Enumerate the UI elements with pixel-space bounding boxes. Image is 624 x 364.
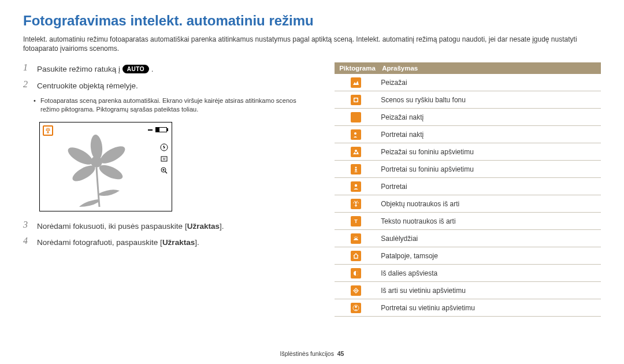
row-label: Objektų nuotraukos iš arti: [377, 200, 601, 208]
svg-point-0: [47, 129, 49, 131]
svg-point-18: [355, 166, 357, 168]
step3-post: ].: [220, 222, 224, 231]
table-row: Portretai: [335, 178, 601, 195]
partial-icon: [351, 268, 361, 278]
footer-section: Išplėstinės funkcijos: [280, 350, 334, 357]
icon-table-body: PeizažaiScenos su ryškiu baltu fonuPeiza…: [335, 74, 601, 317]
step3-pre: Norėdami fokusuoti, iki pusės paspauskit…: [37, 222, 187, 231]
night-land-icon: [351, 112, 361, 122]
svg-rect-15: [355, 98, 358, 101]
step-4: 4 Norėdami fotografuoti, paspauskite [Už…: [23, 236, 311, 248]
table-row: Patalpoje, tamsoje: [335, 247, 601, 265]
battery-icon: [155, 127, 167, 132]
svg-point-19: [355, 169, 357, 171]
macro-scene-icon: [43, 125, 53, 136]
table-row: Portretai su foniniu apšvietimu: [335, 161, 601, 178]
table-row: Iš dalies apšviesta: [335, 265, 601, 282]
text-icon: T: [351, 216, 361, 226]
table-row: TTeksto nuotraukos iš arti: [335, 213, 601, 230]
row-label: Iš arti su vietiniu apšvietimu: [377, 287, 601, 295]
right-column: Piktograma Aprašymas PeizažaiScenos su r…: [335, 62, 601, 317]
step2-text: Centruokite objektą rėmelyje.: [37, 79, 138, 92]
step1-text-pre: Pasukite režimo ratuką į: [37, 65, 122, 73]
left-column: 1 Pasukite režimo ratuką į AUTO . 2 Cent…: [23, 62, 311, 317]
step-2: 2 Centruokite objektą rėmelyje.: [23, 79, 311, 92]
portrait-icon: [351, 181, 361, 192]
step-1: 1 Pasukite režimo ratuką į AUTO .: [23, 62, 311, 75]
svg-text:M: M: [163, 157, 165, 161]
flower-illustration: [56, 133, 143, 208]
step-number-1: 1: [23, 62, 31, 75]
row-label: Portretai naktį: [377, 131, 601, 139]
step-number-2: 2: [23, 79, 31, 92]
step-number-4: 4: [23, 236, 31, 248]
spot-portrait-icon: [351, 303, 361, 313]
row-label: Portretai: [377, 183, 601, 191]
intro-paragraph: Intelekt. automatiniu režimu fotoaparata…: [23, 35, 601, 53]
svg-point-9: [90, 134, 103, 161]
step3-bold: Užraktas: [187, 222, 220, 231]
col-header-icon: Piktograma: [335, 62, 377, 74]
page-title: Fotografavimas intelekt. automatiniu rež…: [23, 13, 601, 29]
svg-point-10: [98, 143, 128, 166]
step2-bullet: Fotoaparatas sceną parenka automatiškai.…: [23, 95, 311, 118]
table-row: Scenos su ryškiu baltu fonu: [335, 91, 601, 109]
zoom-icon: [160, 166, 168, 174]
svg-point-11: [97, 162, 124, 182]
lcd-side-icons: M: [160, 143, 168, 174]
backlight-land-icon: [351, 147, 361, 157]
table-row: Portretai naktį: [335, 126, 601, 143]
table-row: Portretai su vietiniu apšvietimu: [335, 299, 601, 317]
svg-point-26: [355, 306, 357, 308]
row-label: Patalpoje, tamsoje: [377, 252, 601, 260]
footer-page-number: 45: [337, 350, 344, 357]
table-row: Objektų nuotraukos iš arti: [335, 195, 601, 213]
macro-icon: [351, 199, 361, 209]
night-portrait-icon: [351, 129, 361, 140]
svg-line-5: [165, 172, 167, 173]
row-label: Portretai su vietiniu apšvietimu: [377, 304, 601, 312]
white-icon: [351, 95, 361, 105]
auto-mode-badge: AUTO: [122, 65, 149, 73]
row-label: Portretai su foniniu apšvietimu: [377, 165, 601, 173]
svg-point-20: [355, 184, 357, 187]
row-label: Saulėlydžiai: [377, 235, 601, 243]
table-row: Iš arti su vietiniu apšvietimu: [335, 282, 601, 299]
row-label: Peizažai su foniniu apšvietimu: [377, 148, 601, 156]
step1-text-post: .: [151, 65, 154, 73]
flash-icon: [160, 143, 168, 151]
svg-text:T: T: [354, 218, 358, 224]
sunset-icon: [351, 233, 361, 244]
table-row: Saulėlydžiai: [335, 230, 601, 247]
step-3: 3 Norėdami fokusuoti, iki pusės paspausk…: [23, 220, 311, 232]
row-label: Peizažai: [377, 79, 601, 87]
row-label: Iš dalies apšviesta: [377, 269, 601, 277]
backlight-portrait-icon: [351, 164, 361, 174]
table-row: Peizažai su foniniu apšvietimu: [335, 143, 601, 161]
step4-pre: Norėdami fotografuoti, paspauskite [: [37, 238, 162, 247]
step4-bold: Užraktas: [162, 238, 195, 247]
svg-point-16: [354, 132, 356, 135]
svg-point-25: [355, 290, 357, 292]
spot-macro-icon: [351, 285, 361, 296]
icon-table-header: Piktograma Aprašymas: [335, 62, 601, 74]
table-row: Peizažai naktį: [335, 109, 601, 126]
page-footer: Išplėstinės funkcijos 45: [0, 350, 624, 357]
row-label: Teksto nuotraukos iš arti: [377, 217, 601, 225]
camera-lcd-preview: M: [39, 122, 172, 211]
step4-post: ].: [195, 238, 199, 247]
table-row: Peizažai: [335, 74, 601, 91]
quality-icon: M: [160, 155, 168, 163]
indoor-icon: [351, 251, 361, 261]
svg-point-17: [355, 150, 357, 152]
row-label: Scenos su ryškiu baltu fonu: [377, 96, 601, 104]
col-header-desc: Aprašymas: [377, 62, 601, 74]
row-label: Peizažai naktį: [377, 113, 601, 121]
step-number-3: 3: [23, 220, 31, 232]
landscape-icon: [351, 77, 361, 88]
